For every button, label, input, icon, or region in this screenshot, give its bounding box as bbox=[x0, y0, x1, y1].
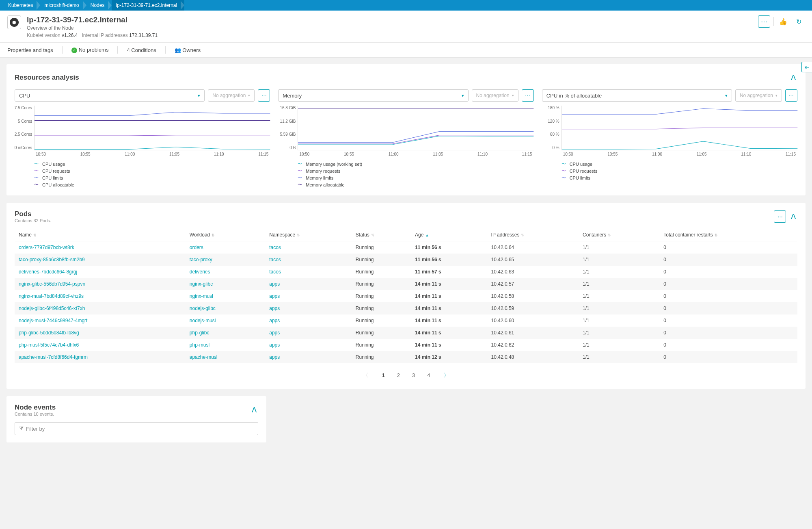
crumb-cluster[interactable]: microshift-demo bbox=[40, 0, 86, 11]
pod-link[interactable]: orders-7797d97bcb-wt8rk bbox=[19, 245, 74, 250]
pods-title: Pods bbox=[15, 210, 51, 218]
namespace-link[interactable]: apps bbox=[269, 342, 280, 348]
workload-link[interactable]: nodejs-glibc bbox=[190, 306, 216, 311]
namespace-link[interactable]: apps bbox=[269, 354, 280, 360]
namespace-link[interactable]: tacos bbox=[269, 269, 281, 275]
crumb-kubernetes[interactable]: Kubernetes bbox=[4, 0, 40, 11]
pod-link[interactable]: nodejs-musl-7446c98947-4mgrt bbox=[19, 318, 87, 323]
chart-2: CPU in % of allocatable▾No aggregation▾⋯… bbox=[542, 89, 797, 188]
events-title: Node events bbox=[15, 403, 56, 412]
pods-subtitle: Contains 32 Pods. bbox=[15, 218, 51, 223]
chart-aggregation-0[interactable]: No aggregation▾ bbox=[208, 89, 255, 102]
legend-item[interactable]: 〜Memory usage (working set) bbox=[298, 160, 533, 167]
column-header[interactable]: Name⇅ bbox=[15, 229, 186, 241]
pager-prev[interactable]: 〈 bbox=[360, 370, 371, 381]
table-row: php-musl-5f5c74c7b4-dhlx6php-muslappsRun… bbox=[15, 339, 797, 351]
chart-menu-0[interactable]: ⋯ bbox=[258, 89, 270, 102]
namespace-link[interactable]: tacos bbox=[269, 245, 281, 250]
page-number[interactable]: 2 bbox=[394, 371, 403, 380]
page-number[interactable]: 4 bbox=[424, 371, 433, 380]
crumb-current: ip-172-31-39-71.ec2.internal bbox=[112, 0, 184, 11]
node-icon: ⬢ bbox=[7, 15, 21, 29]
workload-link[interactable]: deliveries bbox=[190, 269, 210, 275]
owners-icon: 👥 bbox=[175, 47, 181, 53]
properties-button[interactable]: Properties and tags bbox=[7, 47, 53, 53]
chart-menu-1[interactable]: ⋯ bbox=[522, 89, 534, 102]
namespace-link[interactable]: tacos bbox=[269, 257, 281, 262]
workload-link[interactable]: orders bbox=[190, 245, 203, 250]
events-collapse-button[interactable]: ᐱ bbox=[250, 404, 258, 416]
info-bar: Properties and tags ✓No problems 4 Condi… bbox=[0, 43, 812, 58]
page-number[interactable]: 3 bbox=[409, 371, 418, 380]
pod-link[interactable]: nginx-musl-7bd84d89cf-vhz9s bbox=[19, 293, 84, 299]
conditions-button[interactable]: 4 Conditions bbox=[127, 47, 156, 53]
column-header[interactable]: Status⇅ bbox=[352, 229, 411, 241]
pod-link[interactable]: taco-proxy-85b6c8b8fb-sm2b9 bbox=[19, 257, 85, 262]
refresh-button[interactable]: ↻ bbox=[793, 15, 805, 28]
chart-select-1[interactable]: Memory▾ bbox=[278, 89, 468, 102]
workload-link[interactable]: nginx-musl bbox=[190, 293, 213, 299]
legend-item[interactable]: 〜CPU allocatable bbox=[34, 181, 270, 188]
column-header[interactable]: Workload⇅ bbox=[186, 229, 265, 241]
pod-link[interactable]: deliveries-7bdcdc664-8grgj bbox=[19, 269, 77, 275]
legend-item[interactable]: 〜CPU usage bbox=[561, 160, 797, 167]
column-header[interactable]: IP addresses⇅ bbox=[487, 229, 579, 241]
chart-select-2[interactable]: CPU in % of allocatable▾ bbox=[542, 89, 732, 102]
check-icon: ✓ bbox=[71, 48, 77, 53]
pods-menu-button[interactable]: ⋯ bbox=[774, 210, 786, 223]
chart-aggregation-2[interactable]: No aggregation▾ bbox=[735, 89, 782, 102]
pods-collapse-button[interactable]: ᐱ bbox=[789, 210, 797, 223]
legend-item[interactable]: 〜Memory limits bbox=[298, 174, 533, 181]
pager-next[interactable]: 〉 bbox=[441, 370, 452, 381]
chart-menu-2[interactable]: ⋯ bbox=[785, 89, 797, 102]
legend-item[interactable]: 〜Memory allocatable bbox=[298, 181, 533, 188]
table-row: nginx-glibc-556db7d954-pspvnnginx-glibca… bbox=[15, 278, 797, 290]
legend-item[interactable]: 〜CPU usage bbox=[34, 160, 270, 167]
pod-link[interactable]: nginx-glibc-556db7d954-pspvn bbox=[19, 281, 85, 287]
chart-select-0[interactable]: CPU▾ bbox=[15, 89, 205, 102]
namespace-link[interactable]: apps bbox=[269, 281, 280, 287]
column-header[interactable]: Total container restarts⇅ bbox=[659, 229, 797, 241]
filter-icon: ⧩ bbox=[19, 425, 24, 432]
chart-aggregation-1[interactable]: No aggregation▾ bbox=[472, 89, 518, 102]
crumb-nodes[interactable]: Nodes bbox=[86, 0, 112, 11]
namespace-link[interactable]: apps bbox=[269, 330, 280, 336]
column-header[interactable]: Age▲ bbox=[411, 229, 487, 241]
legend-item[interactable]: 〜Memory requests bbox=[298, 167, 533, 174]
column-header[interactable]: Namespace⇅ bbox=[265, 229, 352, 241]
health-status[interactable]: ✓No problems bbox=[71, 47, 109, 53]
pod-link[interactable]: php-musl-5f5c74c7b4-dhlx6 bbox=[19, 342, 79, 348]
events-panel: Node events Contains 10 events. ᐱ ⧩ Filt… bbox=[6, 396, 266, 442]
legend-item[interactable]: 〜CPU requests bbox=[561, 167, 797, 174]
workload-link[interactable]: apache-musl bbox=[190, 354, 218, 360]
pod-link[interactable]: nodejs-glibc-6f498d5c46-xt7xh bbox=[19, 306, 85, 311]
workload-link[interactable]: taco-proxy bbox=[190, 257, 212, 262]
table-row: nginx-musl-7bd84d89cf-vhz9snginx-muslapp… bbox=[15, 290, 797, 302]
workload-link[interactable]: php-glibc bbox=[190, 330, 209, 336]
table-row: deliveries-7bdcdc664-8grgjdeliveriestaco… bbox=[15, 266, 797, 278]
pod-link[interactable]: apache-musl-7cfd8f66d4-fgmrm bbox=[19, 354, 88, 360]
legend-item[interactable]: 〜CPU requests bbox=[34, 167, 270, 174]
namespace-link[interactable]: apps bbox=[269, 293, 280, 299]
page-number[interactable]: 1 bbox=[379, 371, 388, 380]
thumbs-up-button[interactable]: 👍 bbox=[777, 15, 789, 28]
workload-link[interactable]: nginx-glibc bbox=[190, 281, 213, 287]
page-meta: Kubelet version v1.26.4 Internal IP addr… bbox=[27, 33, 158, 38]
owners-button[interactable]: 👥 Owners bbox=[175, 47, 201, 53]
collapse-sidebar-button[interactable]: ⇤ bbox=[801, 62, 812, 72]
namespace-link[interactable]: apps bbox=[269, 306, 280, 311]
workload-link[interactable]: php-musl bbox=[190, 342, 209, 348]
workload-link[interactable]: nodejs-musl bbox=[190, 318, 216, 323]
legend-item[interactable]: 〜CPU limits bbox=[34, 174, 270, 181]
resources-panel: Resources analysis ᐱ CPU▾No aggregation▾… bbox=[6, 64, 806, 195]
namespace-link[interactable]: apps bbox=[269, 318, 280, 323]
chart-1: Memory▾No aggregation▾⋯16.8 GiB11.2 GiB5… bbox=[278, 89, 533, 188]
more-menu-button[interactable]: ⋯ bbox=[758, 15, 770, 28]
resources-collapse-button[interactable]: ᐱ bbox=[789, 72, 797, 84]
pod-link[interactable]: php-glibc-5bdd5b84fb-lb8vg bbox=[19, 330, 79, 336]
legend-item[interactable]: 〜CPU limits bbox=[561, 174, 797, 181]
pods-panel: Pods Contains 32 Pods. ⋯ ᐱ Name⇅Workload… bbox=[6, 203, 806, 389]
column-header[interactable]: Containers⇅ bbox=[579, 229, 659, 241]
pager: 〈 1234 〉 bbox=[15, 369, 797, 382]
events-filter-input[interactable]: ⧩ Filter by bbox=[15, 422, 258, 435]
